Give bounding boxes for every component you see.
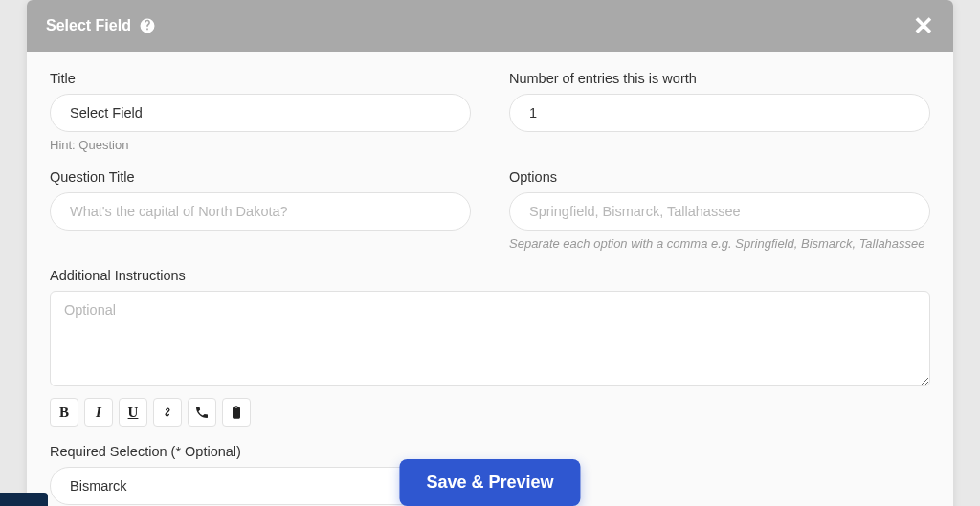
options-hint: Separate each option with a comma e.g. S… bbox=[509, 236, 930, 251]
entries-label: Number of entries this is worth bbox=[509, 71, 930, 86]
title-input[interactable] bbox=[50, 94, 471, 132]
question-title-label: Question Title bbox=[50, 169, 471, 185]
modal-body: Title Hint: Question Number of entries t… bbox=[27, 52, 953, 506]
modal-title-text: Select Field bbox=[46, 17, 131, 34]
modal-title: Select Field bbox=[46, 17, 156, 34]
link-button[interactable] bbox=[153, 398, 182, 427]
editor-toolbar: B I U bbox=[50, 398, 930, 427]
modal-header: Select Field ✕ bbox=[27, 0, 953, 52]
bottom-accent bbox=[0, 493, 48, 506]
instructions-label: Additional Instructions bbox=[50, 268, 930, 283]
instructions-textarea[interactable] bbox=[50, 291, 930, 386]
options-label: Options bbox=[509, 169, 930, 185]
italic-button[interactable]: I bbox=[84, 398, 113, 427]
help-icon[interactable] bbox=[139, 17, 156, 34]
title-hint: Hint: Question bbox=[50, 138, 471, 152]
options-input[interactable] bbox=[509, 192, 930, 231]
entries-input[interactable] bbox=[509, 94, 930, 132]
clipboard-button[interactable] bbox=[222, 398, 251, 427]
modal: Select Field ✕ Title Hint: Question Numb… bbox=[27, 0, 953, 506]
bold-button[interactable]: B bbox=[50, 398, 78, 427]
underline-button[interactable]: U bbox=[119, 398, 147, 427]
required-label: Required Selection (* Optional) bbox=[50, 444, 473, 459]
question-title-input[interactable] bbox=[50, 192, 471, 231]
title-label: Title bbox=[50, 71, 471, 86]
save-preview-button[interactable]: Save & Preview bbox=[399, 459, 580, 506]
close-icon[interactable]: ✕ bbox=[913, 13, 934, 38]
phone-button[interactable] bbox=[188, 398, 216, 427]
